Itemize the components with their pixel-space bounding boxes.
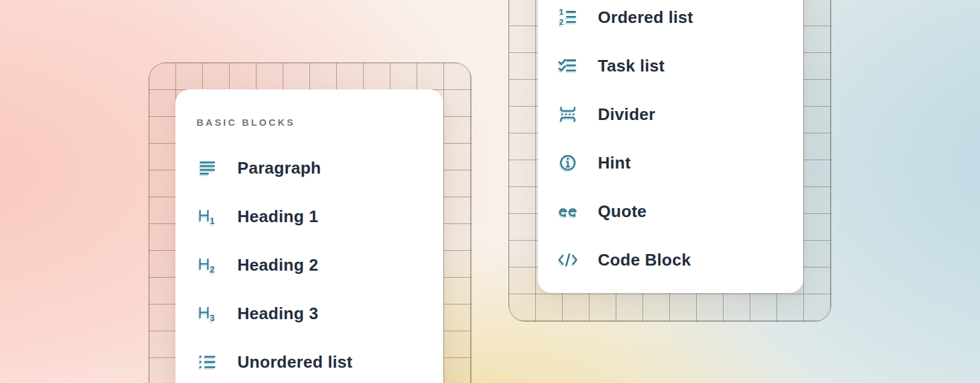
- menu-item-divider[interactable]: Divider: [557, 90, 784, 139]
- menu-item-heading-2[interactable]: Heading 2: [197, 241, 422, 289]
- section-title-basic-blocks: BASIC BLOCKS: [197, 117, 422, 128]
- menu-item-hint[interactable]: Hint: [557, 139, 784, 187]
- menu-item-heading-3[interactable]: Heading 3: [197, 289, 422, 338]
- ordered-list-icon: [557, 6, 579, 28]
- heading-2-icon: [197, 254, 218, 276]
- menu-item-label: Heading 3: [237, 304, 318, 324]
- unordered-list-icon: [197, 351, 218, 373]
- hero-background: 1 2 3 1 2: [0, 0, 980, 383]
- divider-icon: [557, 103, 579, 125]
- menu-item-quote[interactable]: Quote: [557, 187, 784, 236]
- menu-item-paragraph[interactable]: Paragraph: [197, 144, 422, 192]
- menu-item-label: Divider: [598, 105, 655, 124]
- paragraph-icon: [197, 157, 218, 179]
- block-menu-more-blocks: Ordered list Task list Divider Hint Quot…: [538, 0, 803, 293]
- menu-item-label: Paragraph: [237, 158, 321, 178]
- menu-item-label: Quote: [598, 202, 647, 222]
- menu-item-task-list[interactable]: Task list: [557, 41, 784, 90]
- menu-item-label: Code Block: [598, 250, 691, 270]
- quote-icon: [557, 200, 579, 222]
- menu-item-heading-1[interactable]: Heading 1: [197, 192, 422, 241]
- menu-item-ordered-list[interactable]: Ordered list: [557, 0, 784, 41]
- menu-item-label: Heading 1: [237, 207, 318, 227]
- menu-item-label: Heading 2: [237, 255, 318, 275]
- menu-item-label: Hint: [598, 153, 631, 173]
- hint-icon: [557, 152, 579, 174]
- menu-item-label: Unordered list: [237, 352, 352, 372]
- heading-3-icon: [197, 303, 218, 324]
- code-block-icon: [557, 249, 579, 271]
- menu-item-label: Task list: [598, 56, 665, 76]
- menu-item-unordered-list[interactable]: Unordered list: [197, 338, 422, 383]
- heading-1-icon: [197, 206, 218, 227]
- menu-item-code-block[interactable]: Code Block: [557, 236, 784, 284]
- block-menu-basic-blocks: BASIC BLOCKS Paragraph Heading 1 Heading…: [175, 89, 443, 383]
- task-list-icon: [557, 55, 579, 77]
- menu-item-label: Ordered list: [598, 8, 694, 27]
